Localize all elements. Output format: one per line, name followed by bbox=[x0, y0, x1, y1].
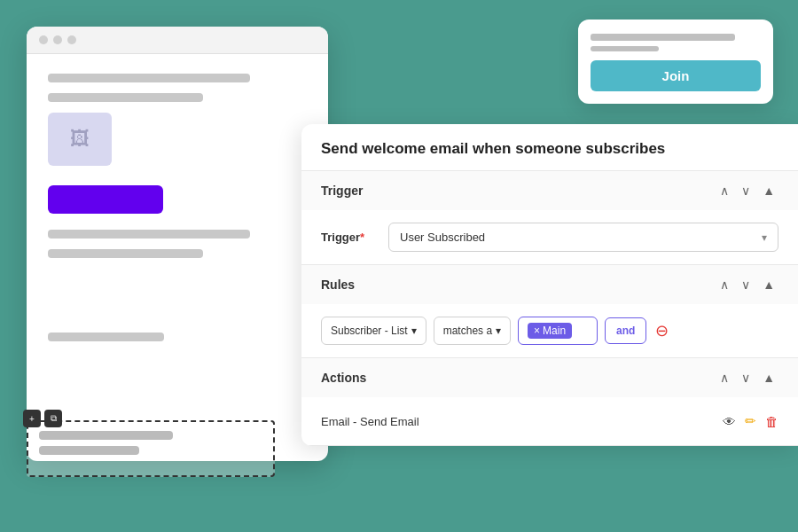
trigger-dropdown[interactable]: User Subscribed ▾ bbox=[388, 223, 778, 252]
action-edit-icon[interactable]: ✏ bbox=[745, 413, 756, 429]
trigger-field-label: Trigger* bbox=[321, 231, 374, 244]
selection-inner-content bbox=[28, 422, 273, 464]
actions-up-button[interactable]: ∧ bbox=[716, 369, 732, 387]
rule-tag-item: × Main bbox=[528, 323, 572, 339]
required-star: * bbox=[360, 231, 364, 244]
rule-field-chevron: ▾ bbox=[411, 325, 417, 337]
selection-box[interactable]: + ⧉ bbox=[27, 420, 275, 477]
actions-expand-button[interactable]: ▲ bbox=[759, 369, 778, 387]
skeleton-line-7 bbox=[48, 249, 203, 258]
actions-down-button[interactable]: ∨ bbox=[738, 369, 754, 387]
rule-condition-chevron: ▾ bbox=[496, 325, 501, 337]
actions-section: Actions ∧ ∨ ▲ Email - Send Email 👁 ✏ 🗑 bbox=[301, 358, 798, 446]
browser-mockup: 🖼 bbox=[27, 27, 328, 461]
skeleton-line-6 bbox=[48, 230, 250, 239]
action-item-label: Email - Send Email bbox=[321, 415, 419, 428]
actions-section-header: Actions ∧ ∨ ▲ bbox=[301, 358, 798, 397]
rules-section-header: Rules ∧ ∨ ▲ bbox=[301, 265, 798, 304]
skeleton-line-2 bbox=[48, 93, 203, 102]
sel-line-2 bbox=[39, 446, 139, 455]
skeleton-line-8 bbox=[48, 332, 164, 341]
trigger-row: Trigger* User Subscribed ▾ bbox=[321, 223, 778, 252]
trigger-down-button[interactable]: ∨ bbox=[738, 182, 754, 200]
rules-section-controls: ∧ ∨ ▲ bbox=[716, 276, 778, 293]
rule-tag-input[interactable]: × Main bbox=[518, 317, 598, 345]
actions-section-title: Actions bbox=[321, 371, 366, 385]
actions-section-body: Email - Send Email 👁 ✏ 🗑 bbox=[301, 397, 798, 445]
automation-title-bar: Send welcome email when someone subscrib… bbox=[301, 124, 798, 171]
rule-field-dropdown[interactable]: Subscriber - List ▾ bbox=[321, 317, 426, 345]
action-delete-icon[interactable]: 🗑 bbox=[765, 414, 778, 429]
trigger-selected-value: User Subscribed bbox=[400, 231, 485, 244]
trigger-section-controls: ∧ ∨ ▲ bbox=[716, 182, 778, 200]
sel-line-1 bbox=[39, 431, 173, 440]
join-button[interactable]: Join bbox=[591, 60, 761, 91]
actions-row: Email - Send Email 👁 ✏ 🗑 bbox=[321, 410, 778, 433]
rules-row: Subscriber - List ▾ matches a ▾ × Main a… bbox=[321, 317, 778, 345]
rules-section: Rules ∧ ∨ ▲ Subscriber - List ▾ matches … bbox=[301, 265, 798, 358]
browser-body: 🖼 bbox=[27, 54, 328, 361]
remove-rule-button[interactable]: ⊖ bbox=[653, 323, 670, 339]
action-icons: 👁 ✏ 🗑 bbox=[723, 413, 778, 429]
rules-expand-button[interactable]: ▲ bbox=[759, 276, 778, 293]
actions-section-controls: ∧ ∨ ▲ bbox=[716, 369, 778, 387]
join-card-lines bbox=[591, 34, 761, 51]
skeleton-line-1 bbox=[48, 74, 250, 82]
trigger-section-header: Trigger ∧ ∨ ▲ bbox=[301, 171, 798, 210]
skeleton-button bbox=[48, 185, 163, 214]
trigger-chevron-icon: ▾ bbox=[762, 231, 767, 244]
rules-section-title: Rules bbox=[321, 278, 355, 292]
automation-panel: Send welcome email when someone subscrib… bbox=[301, 124, 798, 446]
skeleton-row: 🖼 bbox=[48, 113, 307, 169]
trigger-section-body: Trigger* User Subscribed ▾ bbox=[301, 210, 798, 264]
rule-field-label: Subscriber - List bbox=[331, 325, 408, 337]
selection-handles: + ⧉ bbox=[23, 410, 62, 427]
trigger-section: Trigger ∧ ∨ ▲ Trigger* User Subscribed ▾ bbox=[301, 171, 798, 265]
trigger-expand-button[interactable]: ▲ bbox=[759, 182, 778, 200]
automation-title: Send welcome email when someone subscrib… bbox=[321, 140, 778, 158]
join-card: Join bbox=[578, 20, 773, 104]
rules-down-button[interactable]: ∨ bbox=[738, 276, 754, 293]
action-view-icon[interactable]: 👁 bbox=[723, 414, 736, 429]
rules-up-button[interactable]: ∧ bbox=[716, 276, 732, 293]
join-card-line-2 bbox=[591, 46, 659, 51]
join-card-line-1 bbox=[591, 34, 735, 41]
tag-label: Main bbox=[543, 325, 566, 337]
dot-yellow bbox=[53, 35, 62, 44]
trigger-section-title: Trigger bbox=[321, 184, 363, 198]
add-handle-button[interactable]: + bbox=[23, 410, 41, 427]
rule-condition-dropdown[interactable]: matches a ▾ bbox=[434, 317, 511, 345]
rules-section-body: Subscriber - List ▾ matches a ▾ × Main a… bbox=[301, 304, 798, 357]
dot-red bbox=[39, 35, 48, 44]
dot-green bbox=[67, 35, 76, 44]
browser-chrome bbox=[27, 27, 328, 54]
selection-area-placeholder bbox=[48, 269, 307, 322]
trigger-up-button[interactable]: ∧ bbox=[716, 182, 732, 200]
tag-x[interactable]: × bbox=[534, 325, 540, 337]
rule-condition-label: matches a bbox=[443, 325, 492, 337]
copy-handle-button[interactable]: ⧉ bbox=[44, 410, 62, 427]
skeleton-image: 🖼 bbox=[48, 113, 112, 166]
and-button[interactable]: and bbox=[605, 317, 646, 344]
